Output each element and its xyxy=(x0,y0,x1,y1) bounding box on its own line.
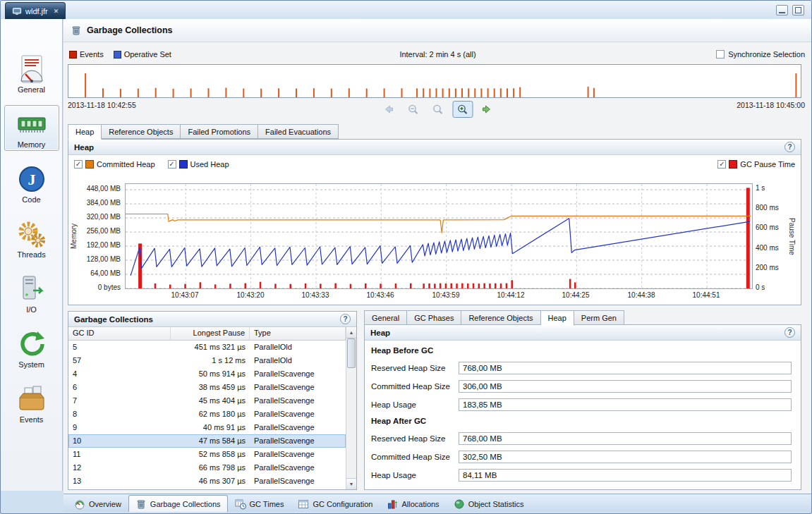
editor-tab[interactable]: wldf.jfr ✕ xyxy=(5,2,66,19)
io-icon xyxy=(16,274,47,305)
zoom-in-button[interactable] xyxy=(452,101,473,118)
heap-chart-plot[interactable] xyxy=(125,183,753,289)
sidebar-item-events[interactable]: Events xyxy=(4,380,59,426)
y-axis-label-pause-time: Pause Time xyxy=(787,183,796,289)
cell-gc-id: 13 xyxy=(68,475,171,488)
detail-tab-reference-objects[interactable]: Reference Objects xyxy=(461,310,540,325)
help-icon[interactable]: ? xyxy=(340,314,351,324)
heap-section-title: Heap xyxy=(74,143,94,152)
field-value-committed-heap-size[interactable]: 306,00 MB xyxy=(459,380,792,393)
bottom-tab-allocations[interactable]: Allocations xyxy=(380,495,446,512)
trash-icon xyxy=(135,498,147,510)
field-value-committed-heap-size[interactable]: 302,50 MB xyxy=(459,451,792,463)
tab-failed-evacuations[interactable]: Failed Evacuations xyxy=(258,124,339,139)
back-button[interactable] xyxy=(378,101,399,118)
legend-used-heap: ✓Used Heap xyxy=(168,160,229,169)
synchronize-selection[interactable]: Synchronize Selection xyxy=(716,50,805,59)
legend-operative-set: Operative Set xyxy=(114,50,171,59)
detail-tab-gc-phases[interactable]: GC Phases xyxy=(407,310,461,325)
legend-gc-pause-time: ✓GC Pause Time xyxy=(717,160,795,169)
cell-type: ParallelOld xyxy=(250,341,346,354)
table-row[interactable]: 13 46 ms 307 µs ParallelScavenge xyxy=(68,475,346,488)
bottom-tab-garbage-collections[interactable]: Garbage Collections xyxy=(128,495,228,512)
gc-table-header: Garbage Collections ? xyxy=(68,312,356,327)
y-axis-tick: 128,00 MB xyxy=(77,255,121,263)
table-row[interactable]: 9 40 ms 91 µs ParallelScavenge xyxy=(68,421,346,434)
bottom-tab-gc-configuration[interactable]: GC Configuration xyxy=(291,495,380,512)
gc-detail-panel: Heap ? Heap Before GCReserved Heap Size7… xyxy=(364,324,801,490)
detail-tab-general[interactable]: General xyxy=(364,310,407,325)
field-label-heap-usage: Heap Usage xyxy=(371,398,416,411)
table-row[interactable]: 12 66 ms 798 µs ParallelScavenge xyxy=(68,461,346,475)
checkbox[interactable]: ✓ xyxy=(717,160,726,169)
tab-failed-promotions[interactable]: Failed Promotions xyxy=(181,124,258,139)
timeline-chart[interactable] xyxy=(68,64,801,98)
cell-type: ParallelScavenge xyxy=(250,434,346,448)
field-label-reserved-heap-size: Reserved Heap Size xyxy=(371,432,445,445)
legend-swatch xyxy=(69,51,77,59)
field-value-heap-usage[interactable]: 84,11 MB xyxy=(459,469,792,482)
bottom-tab-overview[interactable]: Overview xyxy=(67,495,128,512)
table-scrollbar[interactable]: ▲ ▼ xyxy=(346,327,356,489)
minimize-button[interactable] xyxy=(776,5,788,16)
y-axis-tick: 0 bytes xyxy=(77,283,121,291)
gc-table-title: Garbage Collections xyxy=(74,315,153,324)
detail-title: Heap xyxy=(370,329,390,337)
sidebar-item-code[interactable]: J Code xyxy=(4,160,59,206)
events-icon xyxy=(16,384,47,415)
table-row[interactable]: 5 451 ms 321 µs ParallelOld xyxy=(68,341,346,354)
field-value-reserved-heap-size[interactable]: 768,00 MB xyxy=(459,362,792,374)
cell-longest-pause: 38 ms 459 µs xyxy=(171,381,250,394)
jfr-file-icon xyxy=(12,6,22,16)
scrollbar-thumb[interactable] xyxy=(347,338,356,368)
bottom-tab-gc-times[interactable]: GC Times xyxy=(228,495,291,512)
checkbox[interactable]: ✓ xyxy=(74,160,83,169)
x-axis-tick: 10:43:33 xyxy=(293,291,338,299)
sidebar-item-system[interactable]: System xyxy=(4,325,59,371)
field-label-committed-heap-size: Committed Heap Size xyxy=(371,380,450,393)
main-area: Garbage Collections EventsOperative Set … xyxy=(63,19,812,494)
cell-gc-id: 8 xyxy=(68,408,171,421)
bottom-tab-object-statistics[interactable]: Object Statistics xyxy=(447,495,531,512)
sidebar-item-i-o[interactable]: I/O xyxy=(4,270,59,316)
help-icon[interactable]: ? xyxy=(784,142,795,152)
table-row[interactable]: 57 1 s 12 ms ParallelOld xyxy=(68,354,346,367)
column-header-type[interactable]: Type xyxy=(250,327,346,340)
table-row[interactable]: 7 45 ms 404 µs ParallelScavenge xyxy=(68,394,346,408)
sidebar-item-threads[interactable]: Threads xyxy=(4,215,59,261)
cell-longest-pause: 50 ms 914 µs xyxy=(171,367,250,381)
checkbox[interactable]: ✓ xyxy=(168,160,176,169)
help-icon[interactable]: ? xyxy=(784,327,795,338)
tab-reference-objects[interactable]: Reference Objects xyxy=(102,124,181,139)
heap-section-header: Heap ? xyxy=(68,140,801,155)
tab-heap[interactable]: Heap xyxy=(68,124,102,140)
field-value-reserved-heap-size[interactable]: 768,00 MB xyxy=(459,432,792,445)
zoom-out-button[interactable] xyxy=(403,101,423,118)
select-interval-button[interactable] xyxy=(428,101,448,118)
field-value-heap-usage[interactable]: 183,85 MB xyxy=(459,398,792,411)
sidebar-item-memory[interactable]: Memory xyxy=(4,105,59,151)
maximize-button[interactable] xyxy=(792,5,804,16)
page-header: Garbage Collections xyxy=(63,19,812,42)
detail-tab-heap[interactable]: Heap xyxy=(541,310,574,326)
legend-swatch xyxy=(729,160,737,169)
detail-tab-perm-gen[interactable]: Perm Gen xyxy=(574,310,624,325)
column-header-gc-id[interactable]: GC ID xyxy=(68,327,171,340)
table-row[interactable]: 6 38 ms 459 µs ParallelScavenge xyxy=(68,381,346,394)
scroll-down-button[interactable]: ▼ xyxy=(346,478,356,489)
table-row[interactable]: 4 50 ms 914 µs ParallelScavenge xyxy=(68,367,346,381)
forward-button[interactable] xyxy=(477,101,497,118)
scroll-up-button[interactable]: ▲ xyxy=(346,327,356,338)
sync-checkbox[interactable] xyxy=(716,50,725,59)
gc-config-icon xyxy=(298,498,309,510)
table-row[interactable]: 8 62 ms 180 µs ParallelScavenge xyxy=(68,408,346,421)
y-axis-tick: 256,00 MB xyxy=(77,227,121,235)
close-icon[interactable]: ✕ xyxy=(54,8,59,15)
column-header-longest-pause[interactable]: Longest Pause xyxy=(171,327,250,340)
table-row[interactable]: 11 52 ms 858 µs ParallelScavenge xyxy=(68,448,346,461)
table-row[interactable]: 10 47 ms 584 µs ParallelScavenge xyxy=(68,434,346,448)
page-title: Garbage Collections xyxy=(87,25,173,35)
sidebar-item-general[interactable]: General xyxy=(4,50,59,96)
timeline-legend: EventsOperative Set xyxy=(69,50,171,59)
y-axis-tick: 192,00 MB xyxy=(77,241,121,249)
